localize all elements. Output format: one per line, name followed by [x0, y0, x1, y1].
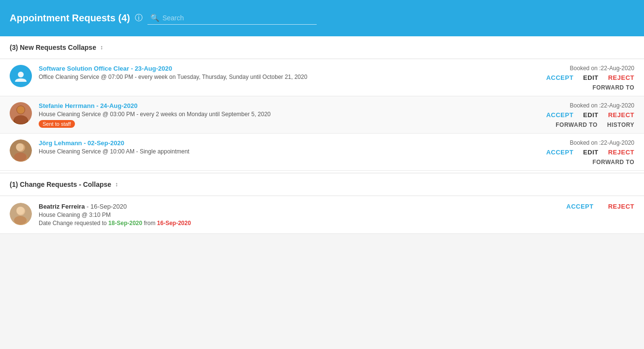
booked-on-3: Booked on :22-Aug-2020 [570, 139, 634, 146]
change-info-1: Beatriz Ferreira - 16-Sep-2020 House Cle… [39, 203, 538, 227]
edit-button-1[interactable]: EDIT [583, 74, 599, 81]
action-row-1: ACCEPT EDIT REJECT [546, 74, 634, 81]
secondary-row-2: FORWARD TO HISTORY [556, 121, 634, 128]
svg-point-9 [14, 152, 27, 161]
change-request-item-1: Beatriz Ferreira - 16-Sep-2020 House Cle… [0, 196, 644, 234]
sent-to-staff-badge: Sent to staff [39, 120, 75, 128]
new-requests-label: (3) New Requests Collapse [10, 44, 96, 51]
forward-button-1[interactable]: FORWARD TO [592, 84, 634, 91]
svg-point-3 [17, 106, 25, 114]
edit-button-2[interactable]: EDIT [583, 111, 599, 119]
sort-icon-change[interactable]: ↕ [115, 181, 118, 188]
request-name-1[interactable]: Software Solution Office Clear - 23-Aug-… [39, 65, 499, 72]
svg-point-8 [16, 143, 24, 151]
title-text: Appointment Requests [10, 13, 116, 23]
change-details-1: House Cleaning @ 3:10 PM [39, 212, 538, 218]
avatar-1 [10, 65, 32, 87]
app-header: Appointment Requests (4) ⓘ 🔍 [0, 0, 644, 36]
request-details-1: Office Cleaning Service @ 07:00 PM - eve… [39, 74, 499, 80]
request-item-1: Software Solution Office Clear - 23-Aug-… [0, 59, 644, 96]
beatriz-date-part: - 16-Sep-2020 [87, 203, 127, 210]
secondary-row-1: FORWARD TO [592, 84, 634, 91]
request-name-2[interactable]: Stefanie Herrmann - 24-Aug-2020 [39, 102, 499, 109]
help-icon[interactable]: ⓘ [135, 13, 143, 23]
reject-button-3[interactable]: REJECT [608, 149, 634, 156]
request-details-2: House Cleaning Service @ 03:00 PM - ever… [39, 111, 499, 118]
secondary-row-3: FORWARD TO [592, 159, 634, 166]
svg-point-13 [16, 207, 24, 214]
avatar-beatriz [10, 203, 32, 225]
change-requests-label: (1) Change Requests - Collapse [10, 181, 111, 188]
request-name-3[interactable]: Jörg Lehmann - 02-Sep-2020 [39, 139, 499, 147]
main-content: (3) New Requests Collapse ↕ Software Sol… [0, 36, 644, 234]
change-text: Date Change requested to [39, 220, 107, 227]
history-button-2[interactable]: HISTORY [607, 121, 634, 128]
accept-button-1[interactable]: ACCEPT [546, 74, 573, 81]
forward-button-3[interactable]: FORWARD TO [592, 159, 634, 166]
forward-button-2[interactable]: FORWARD TO [556, 121, 598, 128]
reject-button-2[interactable]: REJECT [608, 111, 634, 119]
booked-on-2: Booked on :22-Aug-2020 [570, 102, 634, 109]
accept-button-3[interactable]: ACCEPT [546, 149, 573, 156]
svg-point-0 [18, 72, 24, 77]
request-info-3: Jörg Lehmann - 02-Sep-2020 House Cleanin… [39, 139, 499, 155]
avatar-2 [10, 102, 32, 124]
search-input[interactable] [162, 14, 307, 22]
change-accept-button-1[interactable]: ACCEPT [566, 203, 593, 210]
edit-button-3[interactable]: EDIT [583, 149, 599, 156]
search-icon: 🔍 [150, 14, 160, 22]
change-actions-1: ACCEPT REJECT [538, 203, 634, 210]
request-count: (4) [118, 13, 130, 23]
request-item-2: Stefanie Herrmann - 24-Aug-2020 House Cl… [0, 96, 644, 134]
reject-button-1[interactable]: REJECT [608, 74, 634, 81]
search-bar: 🔍 [147, 12, 317, 25]
page-title: Appointment Requests (4) [10, 13, 130, 24]
request-item-3: Jörg Lehmann - 02-Sep-2020 House Cleanin… [0, 134, 644, 171]
avatar-3 [10, 139, 32, 162]
old-date-value: 16-Sep-2020 [157, 220, 191, 227]
actions-block-1: Booked on :22-Aug-2020 ACCEPT EDIT REJEC… [499, 65, 634, 91]
beatriz-name: Beatriz Ferreira [39, 203, 85, 210]
actions-block-2: Booked on :22-Aug-2020 ACCEPT EDIT REJEC… [499, 102, 634, 128]
change-date-info-1: Date Change requested to 18-Sep-2020 fro… [39, 220, 538, 227]
actions-block-3: Booked on :22-Aug-2020 ACCEPT EDIT REJEC… [499, 139, 634, 166]
booked-on-1: Booked on :22-Aug-2020 [570, 65, 634, 72]
from-text: from [144, 220, 157, 227]
change-name-1: Beatriz Ferreira - 16-Sep-2020 [39, 203, 538, 210]
request-info-1: Software Solution Office Clear - 23-Aug-… [39, 65, 499, 80]
request-details-3: House Cleaning Service @ 10:00 AM - Sing… [39, 148, 499, 155]
action-row-2: ACCEPT EDIT REJECT [546, 111, 634, 119]
accept-button-2[interactable]: ACCEPT [546, 111, 573, 119]
sort-icon[interactable]: ↕ [100, 44, 103, 51]
action-row-3: ACCEPT EDIT REJECT [546, 149, 634, 156]
change-requests-section-header: (1) Change Requests - Collapse ↕ [0, 173, 644, 196]
new-date-value: 18-Sep-2020 [108, 220, 142, 227]
request-info-2: Stefanie Herrmann - 24-Aug-2020 House Cl… [39, 102, 499, 128]
new-requests-section-header: (3) New Requests Collapse ↕ [0, 36, 644, 59]
change-reject-button-1[interactable]: REJECT [608, 203, 634, 210]
svg-point-14 [14, 216, 27, 225]
svg-point-4 [14, 115, 28, 124]
